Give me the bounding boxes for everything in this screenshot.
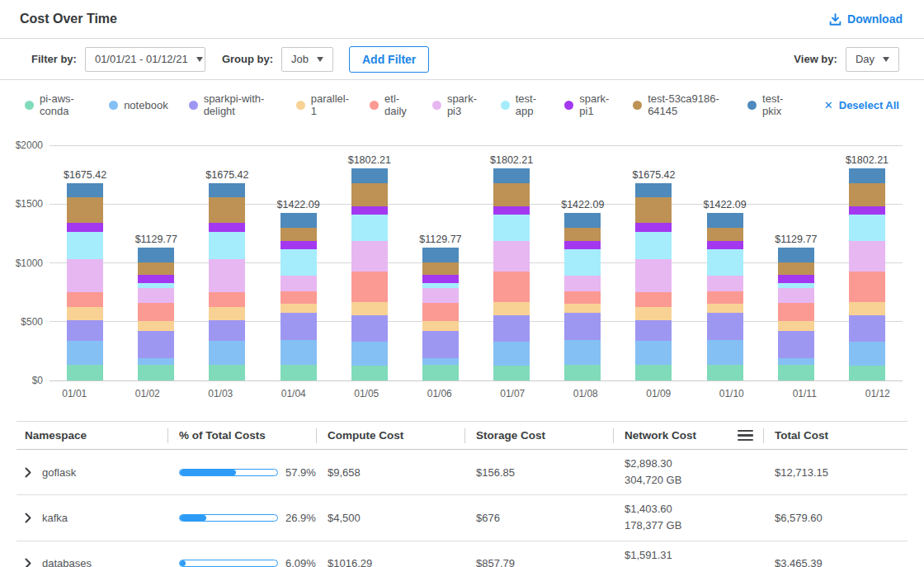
bar-segment-test-pkix[interactable] xyxy=(635,183,672,197)
bar-segment-test-53ca9186-64145[interactable] xyxy=(422,262,459,274)
bar-segment-spark-pi3[interactable] xyxy=(280,276,317,291)
bar-segment-parallel-1[interactable] xyxy=(280,304,317,313)
bar-segment-parallel-1[interactable] xyxy=(849,302,885,314)
bar-segment-parallel-1[interactable] xyxy=(493,302,530,314)
bar-segment-notebook[interactable] xyxy=(280,340,317,365)
bar-segment-spark-pi1[interactable] xyxy=(778,275,814,283)
bar-segment-spark-pi3[interactable] xyxy=(778,288,814,303)
bar-segment-notebook[interactable] xyxy=(67,341,103,365)
bar-segment-spark-pi3[interactable] xyxy=(493,241,530,272)
bar-segment-sparkpi-with-delight[interactable] xyxy=(280,313,317,341)
bar-segment-test-pkix[interactable] xyxy=(351,168,388,183)
add-filter-button[interactable]: Add Filter xyxy=(349,46,429,73)
bar-stack[interactable] xyxy=(849,168,885,380)
bar-stack[interactable] xyxy=(778,248,814,380)
bar-segment-spark-pi1[interactable] xyxy=(422,275,459,283)
bar-segment-test-pkix[interactable] xyxy=(849,168,885,183)
bar-segment-etl-daily[interactable] xyxy=(351,272,388,302)
bar-segment-sparkpi-with-delight[interactable] xyxy=(849,315,885,342)
bar-segment-etl-daily[interactable] xyxy=(67,292,103,307)
deselect-all-button[interactable]: ✕ Deselect All xyxy=(824,99,899,111)
bar-segment-parallel-1[interactable] xyxy=(635,307,672,321)
bar-segment-pi-aws-conda[interactable] xyxy=(351,366,388,380)
bar-segment-etl-daily[interactable] xyxy=(280,291,317,305)
bar-segment-test-app[interactable] xyxy=(351,215,388,241)
bar-segment-notebook[interactable] xyxy=(209,341,245,365)
bar-segment-etl-daily[interactable] xyxy=(564,291,601,305)
date-range-select[interactable]: 01/01/21 - 01/12/21 xyxy=(85,47,205,72)
bar-segment-test-app[interactable] xyxy=(707,249,743,275)
bar-segment-spark-pi3[interactable] xyxy=(849,241,885,272)
bar-segment-test-53ca9186-64145[interactable] xyxy=(493,183,530,206)
bar-segment-sparkpi-with-delight[interactable] xyxy=(422,331,459,358)
bar-segment-test-pkix[interactable] xyxy=(707,213,743,228)
bar-stack[interactable] xyxy=(280,213,317,380)
bar-segment-test-pkix[interactable] xyxy=(564,213,601,228)
bar-segment-pi-aws-conda[interactable] xyxy=(635,365,672,380)
bar-segment-test-53ca9186-64145[interactable] xyxy=(209,197,245,222)
bar-segment-test-pkix[interactable] xyxy=(209,183,245,197)
bar-stack[interactable] xyxy=(209,183,245,380)
bar-segment-sparkpi-with-delight[interactable] xyxy=(635,320,672,341)
bar-segment-parallel-1[interactable] xyxy=(707,304,743,313)
bar-segment-pi-aws-conda[interactable] xyxy=(422,365,459,380)
bar-segment-etl-daily[interactable] xyxy=(635,292,672,307)
bar-segment-test-pkix[interactable] xyxy=(493,168,530,183)
legend-item-notebook[interactable]: notebook xyxy=(109,99,168,111)
bar-segment-spark-pi1[interactable] xyxy=(707,241,743,250)
legend-item-test-53ca9186-64145[interactable]: test-53ca9186-64145 xyxy=(633,92,727,117)
bar-segment-spark-pi1[interactable] xyxy=(493,206,530,215)
bar-segment-spark-pi3[interactable] xyxy=(67,259,103,292)
bar-segment-spark-pi1[interactable] xyxy=(564,241,601,250)
bar-segment-etl-daily[interactable] xyxy=(849,272,885,302)
legend-item-test-app[interactable]: test-app xyxy=(501,92,544,117)
bar-segment-etl-daily[interactable] xyxy=(422,303,459,321)
bar-segment-test-53ca9186-64145[interactable] xyxy=(635,197,672,222)
bar-segment-etl-daily[interactable] xyxy=(707,291,743,305)
bar-segment-pi-aws-conda[interactable] xyxy=(564,365,601,380)
bar-segment-pi-aws-conda[interactable] xyxy=(209,365,245,380)
bar-segment-spark-pi1[interactable] xyxy=(635,223,672,232)
legend-item-parallel-1[interactable]: parallel-1 xyxy=(296,92,349,117)
bar-segment-etl-daily[interactable] xyxy=(778,303,814,321)
legend-item-pi-aws-conda[interactable]: pi-aws-conda xyxy=(25,92,88,117)
bar-segment-notebook[interactable] xyxy=(493,342,530,366)
bar-segment-spark-pi3[interactable] xyxy=(138,288,174,303)
bar-stack[interactable] xyxy=(67,183,103,380)
bar-segment-spark-pi3[interactable] xyxy=(422,288,459,303)
bar-segment-spark-pi3[interactable] xyxy=(209,259,245,292)
bar-segment-test-53ca9186-64145[interactable] xyxy=(351,183,388,206)
bar-stack[interactable] xyxy=(635,183,672,380)
bar-segment-notebook[interactable] xyxy=(564,340,601,365)
bar-segment-pi-aws-conda[interactable] xyxy=(707,365,743,380)
bar-segment-etl-daily[interactable] xyxy=(138,303,174,321)
bar-stack[interactable] xyxy=(707,213,743,380)
bar-segment-spark-pi1[interactable] xyxy=(209,223,245,232)
bar-stack[interactable] xyxy=(138,248,174,380)
bar-segment-test-app[interactable] xyxy=(564,249,601,275)
bar-segment-notebook[interactable] xyxy=(351,342,388,366)
bar-segment-spark-pi3[interactable] xyxy=(635,259,672,292)
bar-segment-test-app[interactable] xyxy=(209,232,245,259)
bar-segment-parallel-1[interactable] xyxy=(138,321,174,331)
bar-segment-spark-pi3[interactable] xyxy=(564,276,601,291)
bar-segment-test-app[interactable] xyxy=(635,232,672,259)
bar-segment-parallel-1[interactable] xyxy=(209,307,245,321)
bar-segment-test-53ca9186-64145[interactable] xyxy=(67,197,103,222)
bar-segment-sparkpi-with-delight[interactable] xyxy=(138,331,174,358)
bar-segment-test-app[interactable] xyxy=(849,215,885,241)
bar-segment-pi-aws-conda[interactable] xyxy=(493,366,530,380)
bar-segment-notebook[interactable] xyxy=(849,342,885,366)
bar-segment-pi-aws-conda[interactable] xyxy=(67,365,103,380)
bar-segment-notebook[interactable] xyxy=(422,358,459,365)
bar-segment-sparkpi-with-delight[interactable] xyxy=(778,331,814,358)
legend-item-test-pkix[interactable]: test-pkix xyxy=(747,92,792,117)
legend-item-spark-pi1[interactable]: spark-pi1 xyxy=(564,92,612,117)
bar-stack[interactable] xyxy=(493,168,530,380)
bar-stack[interactable] xyxy=(564,213,601,380)
bar-segment-pi-aws-conda[interactable] xyxy=(280,365,317,380)
bar-segment-pi-aws-conda[interactable] xyxy=(849,366,885,380)
bar-segment-spark-pi3[interactable] xyxy=(707,276,743,291)
expand-chevron-icon[interactable] xyxy=(25,467,31,478)
bar-segment-notebook[interactable] xyxy=(138,358,174,365)
